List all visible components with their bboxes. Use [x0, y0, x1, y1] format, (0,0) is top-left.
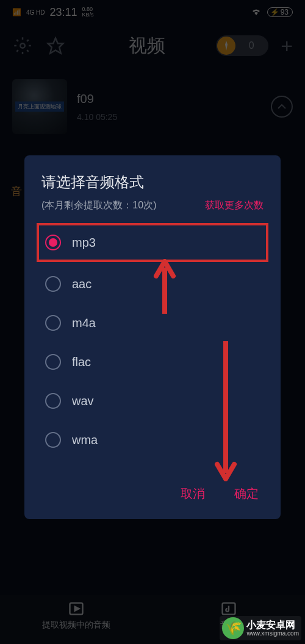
dialog-subtitle: (本月剩余提取次数：10次): [41, 199, 156, 212]
option-label: mp3: [72, 236, 96, 250]
option-label: aac: [72, 277, 92, 291]
radio-icon: [45, 315, 61, 331]
radio-icon: [45, 354, 61, 370]
radio-icon: [45, 276, 61, 292]
get-more-link[interactable]: 获取更多次数: [205, 199, 264, 212]
watermark: 🌾 小麦安卓网 www.xmsigma.com: [220, 616, 301, 640]
dialog-title: 请选择音频格式: [41, 172, 264, 192]
radio-icon: [45, 432, 61, 448]
annotation-arrow-down-icon: [214, 341, 238, 484]
radio-icon: [45, 235, 61, 250]
watermark-title: 小麦安卓网: [246, 620, 299, 631]
option-label: m4a: [72, 316, 96, 330]
option-label: flac: [72, 355, 91, 369]
watermark-logo-icon: 🌾: [222, 617, 244, 639]
annotation-arrow-up-icon: [152, 259, 177, 316]
cancel-button[interactable]: 取消: [181, 486, 205, 502]
radio-icon: [45, 393, 61, 409]
option-label: wav: [72, 394, 94, 408]
option-mp3[interactable]: mp3: [37, 223, 268, 262]
option-label: wma: [72, 433, 98, 447]
confirm-button[interactable]: 确定: [234, 486, 259, 502]
format-dialog: 请选择音频格式 (本月剩余提取次数：10次) 获取更多次数 mp3 aac m4…: [24, 155, 281, 519]
watermark-url: www.xmsigma.com: [246, 630, 299, 637]
